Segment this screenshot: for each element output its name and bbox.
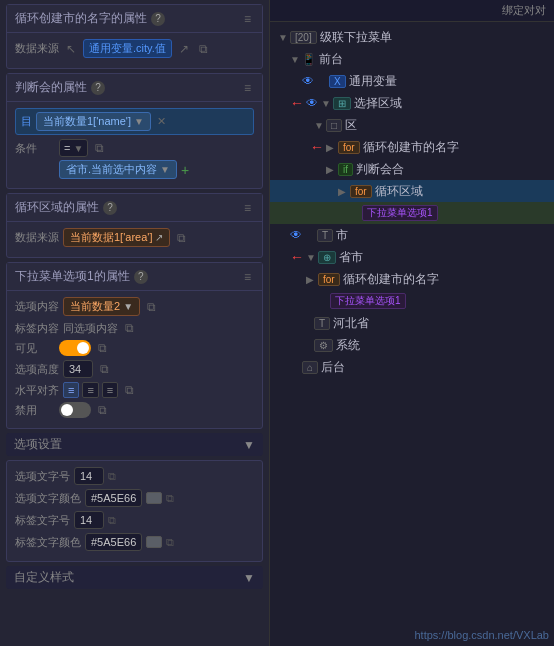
tag-font-color-swatch[interactable] (146, 536, 162, 548)
label-4: 区 (345, 117, 357, 134)
option-settings-fields: 选项文字号 14 ⧉ 选项文字颜色 #5A5E66 ⧉ 标签文字号 14 ⧉ 标… (7, 461, 262, 561)
dropdown-item-title: 下拉菜单选项1的属性 (15, 268, 130, 285)
badge-13: T (314, 317, 330, 330)
copy-tag-label[interactable]: ⧉ (122, 320, 137, 336)
badge-9: T (317, 229, 333, 242)
option-font-size-input[interactable]: 14 (74, 467, 104, 485)
tree-item-4[interactable]: ▼ □ 区 (270, 114, 554, 136)
copy-option[interactable]: ⧉ (144, 299, 159, 315)
cursor-icon[interactable]: ↖ (63, 41, 79, 57)
datasource-tag[interactable]: 通用变量.city.值 (83, 39, 172, 58)
disable-toggle[interactable] (59, 402, 91, 418)
city-row: 省市.当前选中内容 ▼ + (15, 160, 254, 179)
tag-font-size-label: 标签文字号 (15, 513, 70, 528)
option-font-color-swatch[interactable] (146, 492, 162, 504)
copy-option-font-size[interactable]: ⧉ (108, 470, 116, 483)
loop-area-body: 数据来源 当前数据1['area'] ↗ ⧉ (7, 222, 262, 257)
tree-item-11[interactable]: ▶ for 循环创建市的名字 (270, 268, 554, 290)
badge-7: for (350, 185, 372, 198)
tree-item-0[interactable]: ▼ [20] 级联下拉菜单 (270, 26, 554, 48)
add-condition-btn[interactable]: + (181, 162, 189, 178)
copy-tag-font-size[interactable]: ⧉ (108, 514, 116, 527)
loop-name-help[interactable]: ? (151, 12, 165, 26)
tree-item-14[interactable]: ⚙ 系统 (270, 334, 554, 356)
option-height-input[interactable]: 34 (63, 360, 93, 378)
tree-item-1[interactable]: ▼ 📱 前台 (270, 48, 554, 70)
loop-name-menu[interactable]: ≡ (241, 11, 254, 27)
dropdown-item-menu[interactable]: ≡ (241, 269, 254, 285)
badge-12: 下拉菜单选项1 (330, 293, 406, 309)
tree-item-8[interactable]: 下拉菜单选项1 (270, 202, 554, 224)
tree-item-9[interactable]: 👁 T 市 (270, 224, 554, 246)
custom-styles-section[interactable]: 自定义样式 ▼ (6, 566, 263, 589)
label-7: 循环区域 (375, 183, 423, 200)
align-right-btn[interactable]: ≡ (102, 382, 118, 398)
label-13: 河北省 (333, 315, 369, 332)
disable-row: 禁用 ⧉ (15, 402, 254, 418)
tag-font-color-input[interactable]: #5A5E66 (85, 533, 142, 551)
loop-name-header: 循环创建市的名字的属性 ? ≡ (7, 5, 262, 33)
tree-item-5[interactable]: ← ▶ for 循环创建市的名字 (270, 136, 554, 158)
badge-2: X (329, 75, 346, 88)
badge-11: for (318, 273, 340, 286)
tree-item-7[interactable]: ▶ for 循环区域 (270, 180, 554, 202)
copy-disable[interactable]: ⧉ (95, 402, 110, 418)
loop-area-menu[interactable]: ≡ (241, 200, 254, 216)
copy-height[interactable]: ⧉ (97, 361, 112, 377)
loop-area-help[interactable]: ? (103, 201, 117, 215)
badge-14: ⚙ (314, 339, 333, 352)
tree-item-12[interactable]: 下拉菜单选项1 (270, 290, 554, 312)
tree-item-10[interactable]: ← ▼ ⊕ 省市 (270, 246, 554, 268)
label-10: 省市 (339, 249, 363, 266)
judge-body: 目 当前数量1['name'] ▼ ✕ 条件 = ▼ ⧉ 省市.当前选中内容 (7, 102, 262, 188)
badge-4: □ (326, 119, 342, 132)
label-3: 选择区域 (354, 95, 402, 112)
close-btn[interactable]: ✕ (157, 115, 166, 128)
visible-label: 可见 (15, 341, 55, 356)
label-14: 系统 (336, 337, 360, 354)
align-center-btn[interactable]: ≡ (82, 382, 98, 398)
arrow-left-10: ← (290, 249, 304, 265)
copy-align[interactable]: ⧉ (122, 382, 137, 398)
badge-15: ⌂ (302, 361, 318, 374)
copy-tag-font-color[interactable]: ⧉ (166, 536, 174, 549)
eye-icon-9: 👁 (290, 228, 302, 242)
area-datasource-tag[interactable]: 当前数据1['area'] ↗ (63, 228, 170, 247)
tree-item-2[interactable]: 👁 X 通用变量 (270, 70, 554, 92)
right-header-right: 绑定对对 (502, 3, 546, 18)
copy-option-font-color[interactable]: ⧉ (166, 492, 174, 505)
option-font-color-input[interactable]: #5A5E66 (85, 489, 142, 507)
copy-visible[interactable]: ⧉ (95, 340, 110, 356)
tree-item-3[interactable]: ← 👁 ▼ ⊞ 选择区域 (270, 92, 554, 114)
tag-label-row: 标签内容 同选项内容 ⧉ (15, 320, 254, 336)
badge-6: if (338, 163, 353, 176)
option-content-row: 选项内容 当前数量2 ▼ ⧉ (15, 297, 254, 316)
judge-menu[interactable]: ≡ (241, 80, 254, 96)
copy-datasource-icon[interactable]: ⧉ (196, 41, 211, 57)
area-tag-arrow: ↗ (155, 232, 163, 243)
visible-toggle[interactable] (59, 340, 91, 356)
dropdown-item-header: 下拉菜单选项1的属性 ? ≡ (7, 263, 262, 291)
align-left-btn[interactable]: ≡ (63, 382, 79, 398)
tag-font-color-row: 标签文字颜色 #5A5E66 ⧉ (15, 533, 254, 551)
disable-label: 禁用 (15, 403, 55, 418)
dropdown-item-help[interactable]: ? (134, 270, 148, 284)
tree-item-6[interactable]: ▶ if 判断会合 (270, 158, 554, 180)
judge-help[interactable]: ? (91, 81, 105, 95)
option-settings-section[interactable]: 选项设置 ▼ (6, 433, 263, 456)
equals-select[interactable]: = ▼ (59, 139, 88, 157)
tree-item-13[interactable]: T 河北省 (270, 312, 554, 334)
expand-icon[interactable]: ↗ (176, 41, 192, 57)
tag-label-value: 同选项内容 (63, 321, 118, 336)
current-data-label: 当前数量1['name'] (43, 114, 131, 129)
loop-area-title-row: 循环区域的属性 ? (15, 199, 117, 216)
tree-item-15[interactable]: ⌂ 后台 (270, 356, 554, 378)
city-tag[interactable]: 省市.当前选中内容 ▼ (59, 160, 177, 179)
option-settings-title: 选项设置 (14, 436, 62, 453)
copy-area[interactable]: ⧉ (174, 230, 189, 246)
eye-icon-2: 👁 (302, 74, 314, 88)
option-tag[interactable]: 当前数量2 ▼ (63, 297, 140, 316)
copy-equals[interactable]: ⧉ (92, 140, 107, 156)
tag-font-size-input[interactable]: 14 (74, 511, 104, 529)
current-data-tag[interactable]: 当前数量1['name'] ▼ (36, 112, 151, 131)
